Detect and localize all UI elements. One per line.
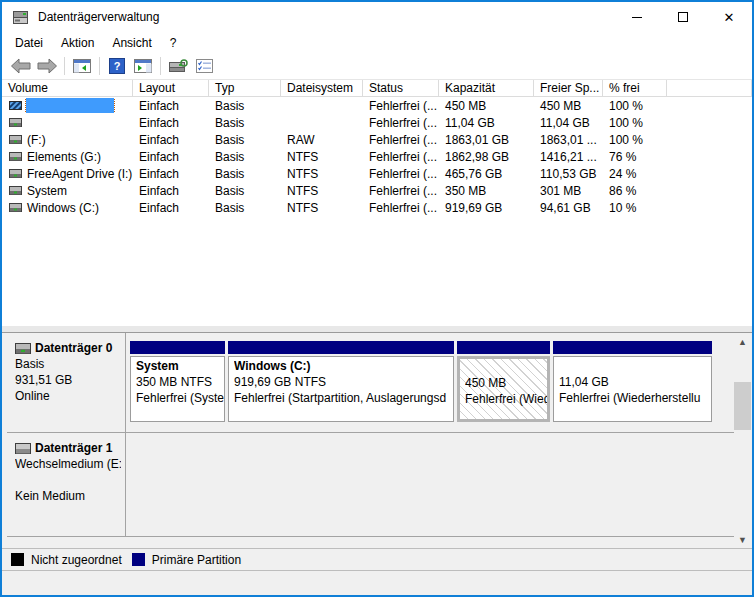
disk-1-row: Datenträger 1 Wechselmedium (E: Kein Med… [7,433,734,537]
action-pane-toggle-button[interactable] [130,55,156,77]
status-bar [2,571,752,595]
volume-row[interactable]: FreeAgent Drive (I:) Einfach Basis NTFS … [2,165,752,182]
toolbar-separator [99,57,100,75]
volume-list: Volume Layout Typ Dateisystem Status Kap… [2,80,752,325]
legend-bar: Nicht zugeordnet Primäre Partition [2,548,752,571]
column-header-kapazitaet[interactable]: Kapazität [439,80,534,97]
column-options-button[interactable] [191,55,217,77]
maximize-icon [678,12,688,22]
disk-0-type: Basis [15,356,121,372]
volume-icon-selected [9,101,22,110]
column-header-status[interactable]: Status [363,80,439,97]
disk-0-name: Datenträger 0 [35,340,112,356]
window-title: Datenträgerverwaltung [38,10,159,24]
console-tree-toggle-button[interactable] [69,55,95,77]
primary-partition-swatch [132,553,145,566]
disk-1-name: Datenträger 1 [35,440,112,456]
maximize-button[interactable] [660,2,706,32]
legend-primary-partition: Primäre Partition [132,553,241,567]
back-button[interactable] [8,55,34,77]
column-header-dateisystem[interactable]: Dateisystem [281,80,363,97]
toolbar-separator [64,57,65,75]
disk-0-partitions: System 350 MB NTFS Fehlerfrei (Syste Win… [126,333,712,432]
unallocated-label: Nicht zugeordnet [31,553,122,567]
disk-console-icon [168,58,188,74]
disk-0-row: Datenträger 0 Basis 931,51 GB Online Sys… [7,333,734,433]
help-icon: ? [109,58,125,74]
volume-drive-icon [9,186,22,195]
close-button[interactable]: ✕ [706,2,752,32]
disk-0-info[interactable]: Datenträger 0 Basis 931,51 GB Online [7,333,126,432]
primary-partition-band [130,341,225,354]
column-options-icon [196,58,213,74]
partition-recovery-11gb[interactable]: 11,04 GB Fehlerfrei (Wiederherstellu [553,341,712,432]
volume-row[interactable]: Windows (C:) Einfach Basis NTFS Fehlerfr… [2,199,752,216]
volume-drive-icon [9,135,22,144]
graphical-view-pane: Datenträger 0 Basis 931,51 GB Online Sys… [2,333,752,548]
volume-drive-icon [9,203,22,212]
volume-drive-icon [9,118,22,127]
partition-recovery-450mb-selected[interactable]: 450 MB Fehlerfrei (Wied [457,341,550,432]
disk-management-window: Datenträgerverwaltung ✕ Datei Aktion Ans… [0,0,754,597]
minimize-icon [632,17,642,18]
help-button[interactable]: ? [104,55,130,77]
volume-row[interactable]: Einfach Basis Fehlerfrei (... 11,04 GB 1… [2,114,752,131]
disk-1-empty-area[interactable] [126,433,734,536]
column-header-pct-frei[interactable]: % frei [603,80,667,97]
disk-icon [15,343,31,354]
volume-list-header: Volume Layout Typ Dateisystem Status Kap… [2,80,752,97]
primary-partition-label: Primäre Partition [152,553,241,567]
primary-partition-band [228,341,454,354]
menu-datei[interactable]: Datei [6,34,52,52]
close-icon: ✕ [724,11,735,24]
pane-splitter[interactable] [2,325,752,333]
primary-partition-band [553,341,712,354]
toolbar: ? [2,53,752,80]
unallocated-swatch [11,553,24,566]
vertical-scrollbar[interactable]: ▲ ▼ [734,333,751,548]
title-bar: Datenträgerverwaltung ✕ [2,2,752,32]
disk-1-info[interactable]: Datenträger 1 Wechselmedium (E: Kein Med… [7,433,126,536]
disk-1-status: Kein Medium [15,488,121,504]
disk-0-size: 931,51 GB [15,372,121,388]
forward-button[interactable] [34,55,60,77]
menu-ansicht[interactable]: Ansicht [103,34,160,52]
back-arrow-icon [10,58,32,74]
disk-1-type: Wechselmedium (E: [15,456,121,472]
toolbar-separator [160,57,161,75]
volume-drive-icon [9,152,22,161]
volume-row[interactable]: (F:) Einfach Basis RAW Fehlerfrei (... 1… [2,131,752,148]
svg-text:?: ? [114,60,121,72]
volume-drive-icon [9,169,22,178]
primary-partition-band [457,341,550,354]
menu-bar: Datei Aktion Ansicht ? [2,32,752,53]
column-header-typ[interactable]: Typ [209,80,281,97]
minimize-button[interactable] [614,2,660,32]
volume-row[interactable]: System Einfach Basis NTFS Fehlerfrei (..… [2,182,752,199]
column-header-filler [667,80,752,97]
menu-hilfe[interactable]: ? [161,34,186,52]
volume-row[interactable]: Elements (G:) Einfach Basis NTFS Fehlerf… [2,148,752,165]
volume-row[interactable]: Einfach Basis Fehlerfrei (... 450 MB 450… [2,97,752,114]
action-pane-icon [134,58,152,74]
menu-aktion[interactable]: Aktion [52,34,103,52]
disk-console-button[interactable] [165,55,191,77]
disk-0-status: Online [15,388,121,404]
scrollbar-thumb[interactable] [734,382,751,430]
scroll-down-icon[interactable]: ▼ [734,531,751,548]
partition-system[interactable]: System 350 MB NTFS Fehlerfrei (Syste [130,341,225,432]
console-tree-icon [73,58,91,74]
column-header-volume[interactable]: Volume [2,80,133,97]
scroll-up-icon[interactable]: ▲ [734,333,751,350]
forward-arrow-icon [36,58,58,74]
disk-icon [15,443,31,454]
column-header-freier-sp[interactable]: Freier Sp... [534,80,603,97]
selected-volume-highlight [26,98,114,113]
column-header-layout[interactable]: Layout [133,80,209,97]
app-disk-icon [12,9,30,25]
legend-unallocated: Nicht zugeordnet [11,553,122,567]
partition-windows-c[interactable]: Windows (C:) 919,69 GB NTFS Fehlerfrei (… [228,341,454,432]
